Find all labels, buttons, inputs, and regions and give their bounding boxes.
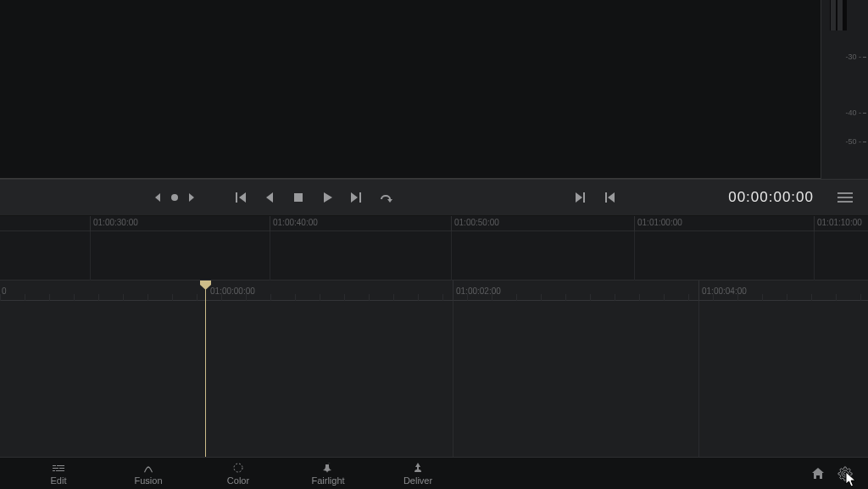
transport-bar: 00:00:00:00 xyxy=(0,179,868,216)
home-icon[interactable] xyxy=(810,466,826,481)
page-label: Deliver xyxy=(403,475,432,486)
overview-lane[interactable] xyxy=(0,231,868,281)
overview-ruler-tick: 01:01:10:00 xyxy=(817,218,862,227)
timeline-ruler-tick: 0 xyxy=(2,286,7,296)
svg-point-1 xyxy=(234,464,242,472)
edit-icon xyxy=(52,462,65,474)
timeline-ruler-tick: 01:00:04:00 xyxy=(702,286,747,296)
page-fusion[interactable]: Fusion xyxy=(103,458,193,490)
play-icon[interactable] xyxy=(320,191,334,204)
next-nav-icon[interactable] xyxy=(186,193,195,202)
page-fairlight[interactable]: Fairlight xyxy=(283,458,373,490)
fairlight-icon xyxy=(321,462,335,474)
fusion-icon xyxy=(142,462,155,474)
next-marker-icon[interactable] xyxy=(573,191,587,204)
deliver-icon xyxy=(411,462,425,474)
overview-ruler-tick: 01:00:40:00 xyxy=(273,218,318,227)
options-menu-icon[interactable] xyxy=(837,192,853,203)
overview-ruler[interactable]: 01:00:30:0001:00:40:0001:00:50:0001:01:0… xyxy=(0,216,868,231)
go-to-start-icon[interactable] xyxy=(234,191,248,204)
meter-bars xyxy=(830,0,847,31)
page-edit[interactable]: Edit xyxy=(14,458,103,490)
meter-scale-mark: -40 - xyxy=(845,108,861,117)
loop-icon[interactable] xyxy=(378,191,395,204)
page-label: Color xyxy=(227,475,249,486)
overview-ruler-tick: 01:00:30:00 xyxy=(93,218,138,227)
page-color[interactable]: Color xyxy=(193,458,283,490)
prev-marker-icon[interactable] xyxy=(604,191,617,204)
page-switcher-bar: Edit Fusion Color Fairlight Deliver xyxy=(0,457,868,489)
svg-rect-0 xyxy=(294,193,303,202)
playhead-handle[interactable] xyxy=(200,281,211,290)
meter-scale-mark: -50 - xyxy=(845,137,861,146)
step-back-icon[interactable] xyxy=(263,191,276,204)
page-deliver[interactable]: Deliver xyxy=(373,458,463,490)
timeline-ruler-tick: 01:00:02:00 xyxy=(456,286,501,296)
viewer-canvas[interactable] xyxy=(0,0,821,179)
page-label: Fusion xyxy=(134,475,162,486)
overview-ruler-tick: 01:01:00:00 xyxy=(637,218,682,227)
prev-nav-icon[interactable] xyxy=(154,193,163,202)
settings-icon[interactable] xyxy=(837,466,853,481)
audio-meter-panel: -30 --40 --50 - xyxy=(821,0,868,179)
meter-scale-mark: -30 - xyxy=(845,53,861,61)
playhead-line xyxy=(205,281,206,457)
overview-ruler-tick: 01:00:50:00 xyxy=(454,218,499,227)
go-to-end-icon[interactable] xyxy=(349,191,363,204)
page-label: Edit xyxy=(51,475,67,486)
color-icon xyxy=(231,462,245,474)
stop-icon[interactable] xyxy=(292,191,305,204)
timeline-ruler-tick: 01:00:00:00 xyxy=(210,286,255,296)
record-dot-icon[interactable] xyxy=(171,194,178,201)
timeline-tracks[interactable] xyxy=(0,301,868,457)
timeline-ruler[interactable]: 001:00:00:0001:00:02:0001:00:04:00 xyxy=(0,281,868,301)
timecode-display[interactable]: 00:00:00:00 xyxy=(728,189,814,206)
page-label: Fairlight xyxy=(311,475,344,486)
